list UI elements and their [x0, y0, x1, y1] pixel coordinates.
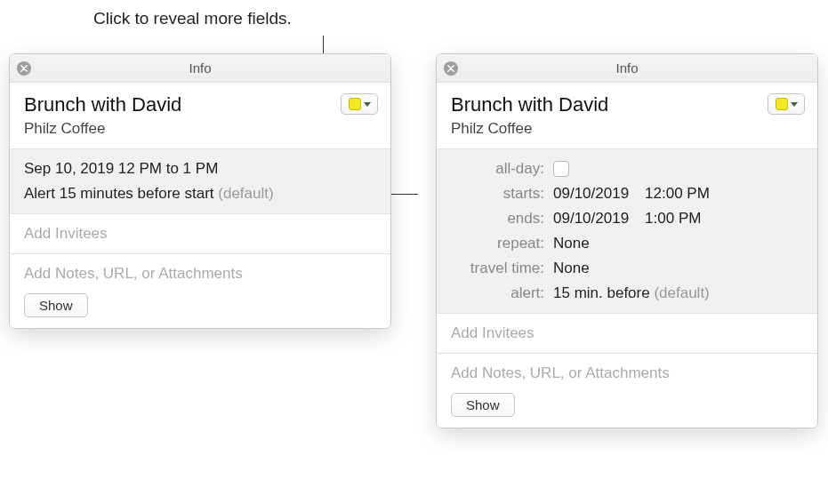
travel-time-row: travel time: None	[451, 260, 803, 277]
chevron-down-icon	[364, 102, 371, 107]
window-title: Info	[189, 60, 211, 76]
alert-default-text: (default)	[218, 185, 273, 202]
close-button[interactable]	[17, 61, 31, 76]
ends-time[interactable]: 1:00 PM	[645, 210, 701, 228]
calendar-color-dropdown[interactable]	[341, 93, 378, 115]
detailed-fields-section: all-day: starts: 09/10/2019 12:00 PM end…	[437, 149, 817, 314]
add-notes-placeholder[interactable]: Add Notes, URL, or Attachments	[451, 364, 803, 382]
alert-text: Alert 15 minutes before start	[24, 185, 218, 202]
ends-row: ends: 09/10/2019 1:00 PM	[451, 210, 803, 228]
repeat-value[interactable]: None	[553, 235, 590, 252]
alert-value[interactable]: 15 min. before (default)	[553, 284, 710, 302]
starts-label: starts:	[451, 185, 553, 203]
notes-section: Add Notes, URL, or Attachments Show	[437, 354, 817, 428]
event-location[interactable]: Philz Coffee	[451, 120, 803, 138]
datetime-section[interactable]: Sep 10, 2019 12 PM to 1 PM Alert 15 minu…	[10, 149, 390, 214]
allday-checkbox[interactable]	[553, 161, 569, 177]
alert-summary: Alert 15 minutes before start (default)	[24, 185, 376, 203]
calendar-color-dropdown[interactable]	[768, 93, 805, 115]
alert-default-text: (default)	[654, 284, 709, 301]
datetime-summary: Sep 10, 2019 12 PM to 1 PM	[24, 160, 376, 178]
callout-text: Click to reveal more fields.	[93, 9, 292, 28]
starts-date[interactable]: 09/10/2019	[553, 185, 629, 203]
event-header: Brunch with David Philz Coffee	[437, 83, 817, 149]
close-button[interactable]	[444, 61, 458, 76]
repeat-label: repeat:	[451, 235, 553, 252]
starts-time[interactable]: 12:00 PM	[645, 185, 710, 203]
show-button[interactable]: Show	[24, 293, 88, 317]
add-invitees-placeholder: Add Invitees	[451, 324, 803, 342]
titlebar: Info	[437, 54, 817, 83]
window-title: Info	[615, 60, 638, 76]
travel-time-label: travel time:	[451, 260, 553, 277]
ends-label: ends:	[451, 210, 553, 228]
repeat-row: repeat: None	[451, 235, 803, 252]
invitees-section[interactable]: Add Invitees	[437, 314, 817, 354]
invitees-section[interactable]: Add Invitees	[10, 214, 390, 254]
calendar-color-swatch	[776, 98, 788, 110]
event-info-popover-expanded: Info Brunch with David Philz Coffee all-…	[436, 53, 818, 428]
calendar-color-swatch	[349, 98, 361, 110]
ends-date[interactable]: 09/10/2019	[553, 210, 629, 228]
show-button[interactable]: Show	[451, 393, 515, 417]
notes-section: Add Notes, URL, or Attachments Show	[10, 254, 390, 328]
event-header: Brunch with David Philz Coffee	[10, 83, 390, 149]
alert-row: alert: 15 min. before (default)	[451, 284, 803, 302]
chevron-down-icon	[791, 102, 798, 107]
event-location[interactable]: Philz Coffee	[24, 120, 376, 138]
alert-label: alert:	[451, 284, 553, 302]
event-info-popover-collapsed: Info Brunch with David Philz Coffee Sep …	[9, 53, 391, 329]
close-icon	[20, 65, 28, 72]
alert-value-text: 15 min. before	[553, 284, 654, 301]
add-invitees-placeholder: Add Invitees	[24, 225, 376, 243]
travel-time-value[interactable]: None	[553, 260, 590, 277]
titlebar: Info	[10, 54, 390, 83]
close-icon	[447, 65, 454, 72]
event-title[interactable]: Brunch with David	[24, 93, 376, 116]
allday-label: all-day:	[451, 160, 553, 178]
allday-row: all-day:	[451, 160, 803, 178]
event-title[interactable]: Brunch with David	[451, 93, 803, 116]
add-notes-placeholder[interactable]: Add Notes, URL, or Attachments	[24, 265, 376, 283]
starts-row: starts: 09/10/2019 12:00 PM	[451, 185, 803, 203]
